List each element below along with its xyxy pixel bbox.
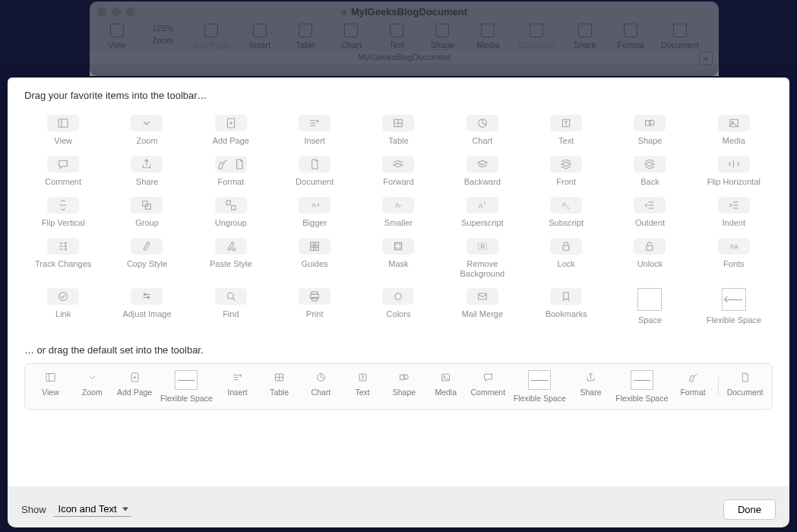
default-label: Shape: [393, 388, 416, 397]
toolbar-item-indent[interactable]: Indent: [695, 197, 773, 229]
toolbar-item-fonts[interactable]: AaFonts: [695, 238, 773, 279]
toolbar-item-space[interactable]: Space: [611, 288, 688, 326]
toolbar-item-front[interactable]: Front: [527, 156, 605, 188]
default-item-flexible-space[interactable]: Flexible Space: [514, 370, 566, 403]
forward-icon: [382, 156, 414, 173]
default-item-table[interactable]: Table: [262, 370, 296, 397]
item-label: View: [54, 136, 72, 147]
toolbar-item-track-changes[interactable]: Track Changes: [24, 238, 102, 279]
toolbar-item-table[interactable]: Table: [359, 115, 437, 147]
item-label: Paste Style: [210, 259, 252, 270]
svg-rect-22: [146, 204, 151, 210]
item-label: Superscript: [461, 218, 504, 229]
svg-text:1: 1: [483, 201, 485, 205]
default-item-shape[interactable]: Shape: [387, 370, 421, 397]
toolbar-item-comment[interactable]: Comment: [24, 156, 102, 188]
toolbar-item-ungroup[interactable]: Ungroup: [192, 197, 270, 229]
default-item-document[interactable]: Document: [727, 370, 764, 397]
item-label: Back: [640, 177, 659, 188]
toolbar-item-media[interactable]: Media: [695, 115, 773, 147]
toolbar-item-chart[interactable]: Chart: [444, 115, 521, 147]
toolbar-item-group[interactable]: Group: [108, 197, 185, 229]
toolbar-item-remove-background[interactable]: RemoveBackground: [444, 238, 521, 279]
svg-rect-53: [647, 245, 653, 250]
toolbar-item-unlock[interactable]: Unlock: [611, 238, 688, 279]
toolbar-item-add-page[interactable]: Add Page: [192, 115, 270, 147]
toolbar-item-adjust-image[interactable]: Adjust Image: [108, 288, 185, 326]
show-mode-select[interactable]: Icon and Text: [54, 502, 131, 517]
default-item-comment[interactable]: Comment: [471, 370, 506, 397]
toolbar-items-grid: ViewZoomAdd PageInsertTableChartTextShap…: [24, 115, 773, 326]
space-icon: [637, 288, 662, 311]
toolbar-item-colors[interactable]: Colors: [359, 288, 437, 326]
toolbar-item-bigger[interactable]: A+Bigger: [276, 197, 353, 229]
toolbar-item-format[interactable]: Format: [192, 156, 270, 188]
default-label: Text: [355, 388, 369, 397]
default-label: Media: [435, 388, 457, 397]
toolbar-item-find[interactable]: Find: [192, 288, 270, 326]
default-item-text[interactable]: Text: [346, 370, 379, 397]
toolbar-item-text[interactable]: Text: [527, 115, 605, 147]
toolbar-item-copy-style[interactable]: Copy Style: [108, 238, 185, 279]
default-item-share[interactable]: Share: [574, 370, 608, 397]
item-label: Fonts: [723, 259, 745, 270]
default-item-flexible-space[interactable]: Flexible Space: [615, 370, 668, 403]
default-item-zoom[interactable]: Zoom: [75, 370, 109, 397]
toolbar-item-forward[interactable]: Forward: [359, 156, 437, 188]
toolbar-item-flip-horizontal[interactable]: Flip Horizontal: [695, 156, 773, 188]
toolbar-item-superscript[interactable]: A1Superscript: [444, 197, 521, 229]
item-label: Shape: [638, 136, 663, 147]
toolbar-item-mask[interactable]: Mask: [359, 238, 437, 279]
toolbar-item-shape[interactable]: Shape: [611, 115, 688, 147]
item-label: Front: [556, 177, 576, 188]
mail-merge-icon: [466, 288, 498, 305]
toolbar-item-flexible-space[interactable]: Flexible Space: [695, 288, 773, 326]
document-icon: [299, 156, 331, 173]
format-icon: [215, 156, 231, 173]
insert-icon: [299, 115, 331, 131]
default-item-flexible-space[interactable]: Flexible Space: [160, 370, 213, 403]
item-label: Track Changes: [35, 259, 91, 270]
comment-icon: [47, 156, 79, 173]
svg-point-41: [65, 245, 66, 247]
shape-icon: [634, 115, 666, 131]
default-item-chart[interactable]: Chart: [304, 370, 337, 397]
toolbar-item-bookmarks[interactable]: Bookmarks: [527, 288, 605, 326]
svg-text:Aa: Aa: [729, 242, 738, 250]
toolbar-item-guides[interactable]: Guides: [276, 238, 353, 279]
text-icon: [550, 115, 582, 131]
default-item-add-page[interactable]: Add Page: [117, 370, 152, 397]
toolbar-item-backward[interactable]: Backward: [444, 156, 521, 188]
remove-background-icon: [466, 238, 498, 255]
toolbar-item-subscript[interactable]: A1Subscript: [527, 197, 605, 229]
toolbar-item-view[interactable]: View: [24, 115, 102, 147]
svg-point-86: [403, 375, 408, 379]
toolbar-item-outdent[interactable]: Outdent: [611, 197, 688, 229]
sheet-prompt: Drag your favorite items into the toolba…: [24, 90, 773, 101]
toolbar-item-lock[interactable]: Lock: [527, 238, 605, 279]
toolbar-item-zoom[interactable]: Zoom: [108, 115, 185, 147]
default-item-view[interactable]: View: [33, 370, 67, 397]
toolbar-item-flip-vertical[interactable]: Flip Vertical: [24, 197, 102, 229]
chart-icon: [466, 115, 498, 131]
toolbar-item-document[interactable]: Document: [276, 156, 353, 188]
toolbar-item-smaller[interactable]: A-Smaller: [359, 197, 437, 229]
default-label: View: [42, 388, 59, 397]
toolbar-item-mail-merge[interactable]: Mail Merge: [444, 288, 521, 326]
toolbar-item-insert[interactable]: Insert: [276, 115, 353, 147]
toolbar-item-paste-style[interactable]: Paste Style: [192, 238, 270, 279]
done-button[interactable]: Done: [723, 499, 776, 520]
item-label: Format: [217, 177, 244, 188]
default-item-insert[interactable]: Insert: [221, 370, 255, 397]
toolbar-item-back[interactable]: Back: [611, 156, 688, 188]
toolbar-item-print[interactable]: Print: [276, 288, 353, 326]
default-item-media[interactable]: Media: [429, 370, 463, 397]
svg-text:1: 1: [567, 205, 569, 210]
default-item-format[interactable]: Format: [676, 370, 710, 397]
mask-icon: [382, 238, 414, 255]
flip-horizontal-icon: [718, 156, 750, 173]
default-set-bar[interactable]: ViewZoomAdd PageFlexible SpaceInsertTabl…: [24, 363, 773, 410]
toolbar-item-share[interactable]: Share: [108, 156, 185, 188]
toolbar-item-link[interactable]: Link: [24, 288, 102, 326]
item-label: Insert: [304, 136, 325, 147]
